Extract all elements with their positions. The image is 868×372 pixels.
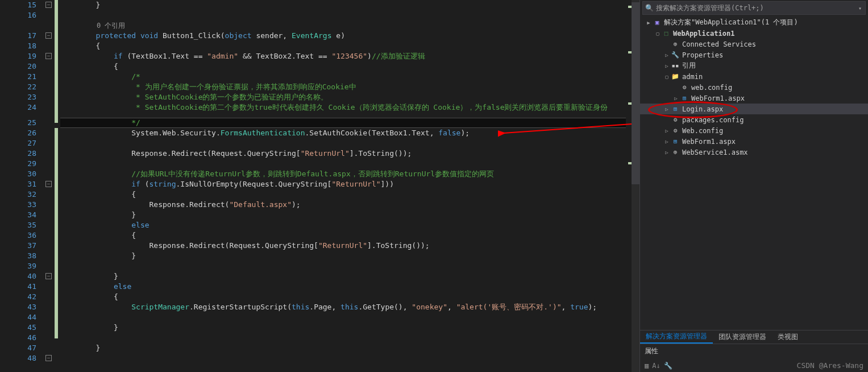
file-admin-webconfig[interactable]: ⚙web.config [640,82,868,93]
code-line[interactable] [60,312,632,323]
code-line[interactable]: { [60,41,632,51]
fold-toggle[interactable]: − [45,53,52,59]
code-line[interactable]: System.Web.Security.FormsAuthentication.… [60,128,632,138]
code-line[interactable]: Response.Redirect(Request.QueryString["R… [60,241,632,251]
file-login-aspx[interactable]: ▷⊞Login.aspx [640,104,868,114]
code-line[interactable]: } [60,210,632,220]
code-line[interactable]: */ [60,118,632,128]
codelens-indicator[interactable]: 0 个引用 [60,20,632,31]
code-line[interactable]: { [60,230,632,241]
code-line[interactable] [60,10,632,20]
code-line[interactable]: * SetAuthCookie的第二个参数为true时代表创建持久 Cookie… [60,102,632,113]
aspx-icon: ⊞ [671,137,680,146]
code-line[interactable]: * 为用户名创建一个身份验证票据，并将其添加到响应的Cookie中 [60,82,632,92]
side-panel-tabs: 解决方案资源管理器 团队资源管理器 类视图 [640,330,868,344]
solution-root[interactable]: ▶▣解决方案"WebApplication1"(1 个项目) [640,17,868,28]
line-number-gutter: 1516171819202122232425262728293031323334… [0,0,44,372]
file-webform1[interactable]: ▷⊞WebForm1.aspx [640,136,868,147]
code-line[interactable] [60,138,632,148]
expand-icon[interactable]: ▷ [672,96,680,101]
code-line[interactable]: { [60,189,632,200]
tab-label: 解决方案资源管理器 [646,332,707,341]
code-line[interactable]: } [60,343,632,353]
modification-bar [55,0,58,123]
code-line[interactable]: } [60,323,632,333]
fold-toggle[interactable]: − [45,32,52,39]
fold-toggle[interactable]: − [45,355,52,361]
code-line[interactable]: protected void Button1_Click(object send… [60,31,632,41]
expand-icon[interactable]: ▷ [663,106,671,112]
code-line[interactable]: if (string.IsNullOrEmpty(Request.QuerySt… [60,179,632,189]
expand-icon[interactable]: ▷ [663,63,671,69]
scrollbar-minimap[interactable] [626,0,632,372]
code-editor[interactable]: }0 个引用 protected void Button1_Click(obje… [60,0,632,372]
tab-label: 类视图 [778,332,798,342]
code-line[interactable]: else [60,282,632,292]
editor-pane: 1516171819202122232425262728293031323334… [0,0,639,372]
tree-item-label: packages.config [682,116,744,124]
tree-item-label: Web.config [682,127,723,135]
expand-icon[interactable]: ▷ [663,150,671,155]
tree-item-label: Properties [682,51,723,59]
fldr-icon: 📁 [671,72,680,81]
file-web-config[interactable]: ▷⚙Web.config [640,125,868,136]
expand-icon[interactable]: ▶ [645,20,653,26]
fold-column: −−−−−− [44,0,60,372]
code-line[interactable] [60,159,632,169]
code-line[interactable]: } [60,251,632,261]
code-line[interactable]: { [60,292,632,302]
file-webservice1[interactable]: ▷⊕WebService1.asmx [640,147,868,158]
code-line[interactable]: /* [60,72,632,82]
dropdown-icon[interactable]: ▾ [858,5,862,11]
search-placeholder-text: 搜索解决方案资源管理器(Ctrl+;) [656,3,764,13]
expand-icon[interactable]: ▢ [654,31,662,36]
expand-icon[interactable]: ▷ [663,52,671,58]
project-node[interactable]: ▢⬚WebApplication1 [640,28,868,39]
code-line[interactable] [60,353,632,363]
code-line[interactable]: //如果URL中没有传递ReturnUrl参数，则跳转到Default.aspx… [60,169,632,179]
code-line[interactable]: } [60,0,632,10]
tree-item-label: web.config [691,84,732,92]
tree-item-label: WebService1.asmx [682,148,748,156]
tree-item-label: admin [682,73,703,81]
expand-icon[interactable]: ▷ [663,128,671,134]
vertical-scrollbar[interactable] [632,0,639,372]
minimap-mark [628,6,632,8]
tree-item-label: WebForm1.aspx [691,94,745,102]
cfg-icon: ⚙ [671,115,680,125]
alphabetical-icon[interactable]: A↓ [652,362,660,370]
code-line[interactable]: if (TextBox1.Text == "admin" && TextBox2… [60,51,632,61]
scrollbar-thumb[interactable] [632,2,639,184]
fold-toggle[interactable]: − [45,2,52,8]
tree-item-label: 引用 [682,61,696,71]
fold-toggle[interactable]: − [45,273,52,279]
solution-search-input[interactable]: 🔍 搜索解决方案资源管理器(Ctrl+;) ▾ [642,1,866,15]
expand-icon[interactable]: ▢ [663,74,671,80]
code-line[interactable]: Response.Redirect(Request.QueryString["R… [60,148,632,159]
tab-solution-explorer[interactable]: 解决方案资源管理器 [640,330,713,344]
code-line[interactable] [60,261,632,271]
tab-team-explorer[interactable]: 团队资源管理器 [713,330,772,344]
properties-node[interactable]: ▷🔧Properties [640,49,868,60]
tree-item-label: Connected Services [682,40,756,48]
file-packages-config[interactable]: ⚙packages.config [640,114,868,125]
connected-services[interactable]: ⊕Connected Services [640,39,868,49]
fold-toggle[interactable]: − [45,181,52,187]
references-node[interactable]: ▷▪▪引用 [640,60,868,71]
tree-item-label: Login.aspx [682,105,723,113]
code-line[interactable]: Response.Redirect("Default.aspx"); [60,200,632,210]
folder-admin[interactable]: ▢📁admin [640,71,868,82]
code-line[interactable]: ScriptManager.RegisterStartupScript(this… [60,302,632,312]
tab-class-view[interactable]: 类视图 [772,330,804,344]
code-line[interactable] [60,333,632,343]
code-line[interactable]: else [60,220,632,230]
code-line[interactable]: * SetAuthCookie的第一个参数为已验证的用户的名称。 [60,92,632,102]
expand-icon[interactable]: ▷ [663,139,671,144]
tree-item-label: WebForm1.aspx [682,138,736,146]
solution-tree[interactable]: ▶▣解决方案"WebApplication1"(1 个项目)▢⬚WebAppli… [640,16,868,330]
code-line[interactable]: { [60,61,632,72]
property-pages-icon[interactable]: 🔧 [664,362,672,370]
categorized-icon[interactable]: ▦ [645,362,649,370]
code-line[interactable]: } [60,271,632,282]
file-admin-webform1[interactable]: ▷⊞WebForm1.aspx [640,93,868,104]
